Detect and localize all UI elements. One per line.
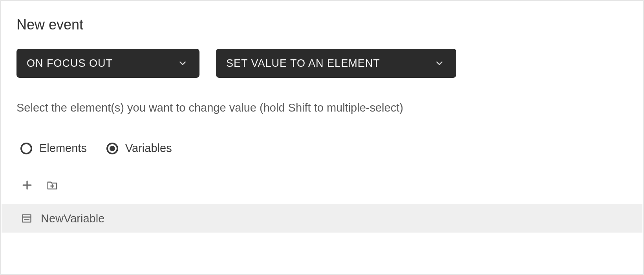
svg-rect-4 (23, 215, 31, 222)
radio-icon (106, 143, 118, 154)
variables-toolbar (16, 178, 628, 192)
instruction-text: Select the element(s) you want to change… (16, 101, 628, 114)
chevron-down-icon (177, 58, 188, 68)
add-folder-button[interactable] (46, 178, 59, 192)
radio-variables-label: Variables (125, 142, 172, 155)
radio-elements-label: Elements (39, 142, 87, 155)
event-action-dropdown[interactable]: SET VALUE TO AN ELEMENT (216, 49, 456, 78)
plus-icon (21, 179, 33, 191)
chevron-down-icon (434, 58, 445, 68)
variable-name: NewVariable (41, 212, 104, 225)
event-trigger-label: ON FOCUS OUT (27, 57, 113, 70)
target-type-radio-group: Elements Variables (16, 142, 628, 155)
variable-icon (21, 213, 32, 224)
event-action-label: SET VALUE TO AN ELEMENT (226, 57, 380, 70)
radio-icon (20, 143, 32, 154)
add-button[interactable] (20, 178, 34, 192)
panel-title: New event (16, 16, 628, 33)
event-editor-panel: New event ON FOCUS OUT SET VALUE TO AN E… (0, 0, 644, 275)
dropdown-row: ON FOCUS OUT SET VALUE TO AN ELEMENT (16, 49, 628, 78)
radio-variables[interactable]: Variables (106, 142, 172, 155)
radio-elements[interactable]: Elements (20, 142, 87, 155)
event-trigger-dropdown[interactable]: ON FOCUS OUT (16, 49, 199, 78)
new-folder-icon (46, 179, 58, 191)
variable-list-item[interactable]: NewVariable (2, 204, 642, 233)
